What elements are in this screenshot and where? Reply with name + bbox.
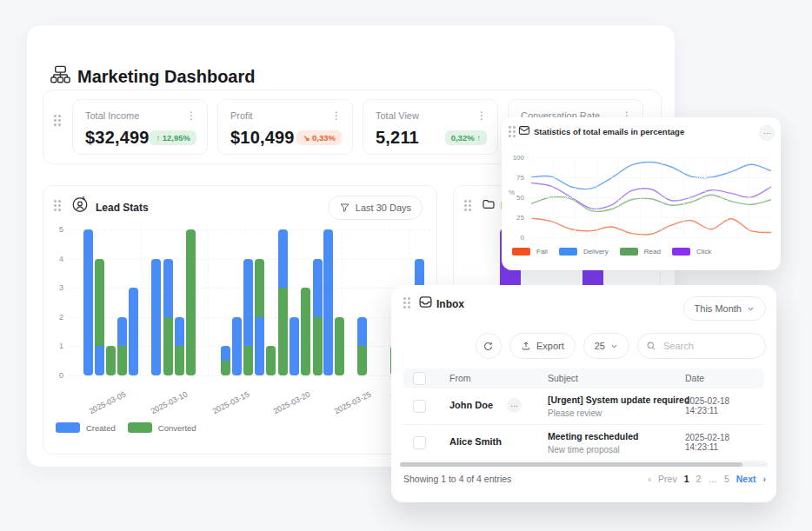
legend-item[interactable]: Read [620, 248, 661, 256]
drag-handle[interactable] [54, 115, 61, 126]
lead-bar [221, 346, 230, 375]
search-input[interactable] [662, 340, 745, 352]
x-tick-label: 2025-03-25 [333, 390, 373, 416]
table-row[interactable]: Alice SmithMeeting rescheduledNew time p… [403, 425, 764, 461]
prev-arrow[interactable]: ‹ [649, 474, 652, 484]
email-legend: FailDeliveryReadClick [512, 248, 711, 256]
subject-text: [Urgent] System update required [548, 395, 689, 405]
bar-segment-created [83, 229, 93, 375]
row-checkbox[interactable] [413, 400, 426, 413]
gridline [640, 157, 641, 237]
bar-segment-created [278, 229, 288, 288]
bar-segment-created [232, 317, 242, 375]
bar-segment-converted [221, 361, 230, 375]
inbox-footer: Showing 1 to 4 of 4 entries ‹Prev12…5Nex… [403, 474, 766, 484]
period-select[interactable]: This Month [683, 296, 766, 321]
stat-value: $32,499 [85, 128, 150, 148]
gridline [596, 157, 597, 237]
stat-value: $10,499 [230, 128, 295, 148]
lead-bar [255, 259, 264, 375]
stat-value: 5,211 [376, 128, 419, 148]
legend-item[interactable]: Converted [128, 422, 196, 433]
page-number[interactable]: 2 [696, 474, 702, 484]
table-row[interactable]: John Doe⋯[Urgent] System update required… [403, 388, 764, 425]
export-button[interactable]: Export [509, 333, 576, 359]
drag-handle[interactable] [509, 126, 516, 137]
bar-segment-created [175, 317, 184, 347]
lead-legend: CreatedConverted [56, 422, 196, 433]
trend-badge: ↑ 12,95% [150, 130, 196, 145]
legend-item[interactable]: Fail [512, 248, 548, 256]
gridline [531, 237, 771, 238]
date-filter-button[interactable]: Last 30 Days [328, 196, 423, 220]
bar-segment-converted [95, 259, 104, 347]
prev-button[interactable]: Prev [658, 474, 677, 484]
bar-segment-created [151, 259, 161, 375]
y-tick-label: 0 [502, 234, 524, 242]
lead-bar [151, 259, 161, 375]
lead-bar [323, 229, 333, 375]
more-menu-button[interactable]: ⋯ [759, 125, 775, 141]
inbox-icon [418, 295, 433, 309]
bar-segment-created [255, 317, 264, 375]
inbox-toolbar: Export 25 [402, 334, 766, 358]
entries-summary: Showing 1 to 4 of 4 entries [403, 474, 511, 484]
kebab-menu-icon[interactable]: ⋮ [186, 110, 196, 121]
y-tick-label: 100 [502, 154, 524, 162]
page-number[interactable]: 5 [724, 474, 729, 484]
bar-segment-converted [278, 288, 288, 375]
chevron-down-icon [610, 342, 618, 350]
gridline [683, 157, 684, 237]
legend-label: Fail [536, 248, 548, 256]
gridline [575, 157, 576, 237]
bar-segment-created [95, 346, 104, 375]
page-number[interactable]: 1 [684, 474, 689, 484]
kebab-menu-icon[interactable]: ⋮ [331, 110, 342, 121]
page-title: Marketing Dashboard [77, 67, 255, 87]
dashboard-page: Marketing Dashboard Total Income⋮$32,499… [0, 0, 812, 531]
scrollbar-thumb[interactable] [400, 462, 742, 467]
y-tick-label: 25 [502, 214, 524, 222]
y-tick-label: 5 [43, 225, 63, 234]
kebab-menu-icon[interactable]: ⋮ [476, 110, 487, 121]
legend-item[interactable]: Click [672, 248, 711, 256]
gridline [70, 375, 430, 376]
refresh-button[interactable] [476, 333, 502, 359]
drag-handle[interactable] [54, 200, 61, 211]
trend-badge: ↘ 0,33% [296, 130, 342, 145]
bar-segment-created [313, 259, 323, 317]
stat-card: Profit⋮$10,499↘ 0,33% [217, 99, 353, 155]
pagination: ‹Prev12…5Next› [649, 474, 766, 484]
lead-bar [117, 317, 127, 375]
next-arrow[interactable]: › [763, 474, 767, 484]
bar-segment-converted [106, 346, 116, 375]
row-checkbox[interactable] [413, 436, 426, 449]
page-size-select[interactable]: 25 [583, 333, 629, 359]
legend-label: Click [696, 248, 711, 256]
sender-name: Alice Smith [449, 436, 502, 447]
legend-swatch [672, 248, 690, 256]
row-menu-button[interactable]: ⋯ [507, 398, 522, 413]
legend-swatch [559, 248, 577, 256]
stat-card: Total View⋮5,2110,32% ↑ [363, 99, 498, 155]
legend-label: Delivery [583, 248, 609, 256]
column-header-from: From [449, 373, 471, 383]
lead-stats-card: $ Lead Stats Last 30 Days 543210 2025-03… [43, 185, 437, 455]
x-tick-label: 2025-03-15 [211, 390, 251, 416]
lead-bar [186, 229, 196, 375]
drag-handle[interactable] [403, 297, 410, 309]
lead-bar [175, 317, 184, 375]
export-label: Export [536, 341, 564, 351]
next-button[interactable]: Next [736, 474, 756, 484]
column-header-date: Date [685, 373, 704, 383]
gridline [618, 157, 619, 237]
lead-bar [106, 346, 116, 375]
drag-handle[interactable] [464, 200, 471, 211]
legend-item[interactable]: Created [56, 422, 116, 433]
gridline [141, 229, 142, 375]
legend-item[interactable]: Delivery [559, 248, 609, 256]
select-all-checkbox[interactable] [413, 372, 426, 385]
gridline [531, 217, 771, 218]
page-ellipsis: … [708, 474, 717, 484]
date-cell: 2025-02-18 14:23:11 [685, 396, 764, 415]
